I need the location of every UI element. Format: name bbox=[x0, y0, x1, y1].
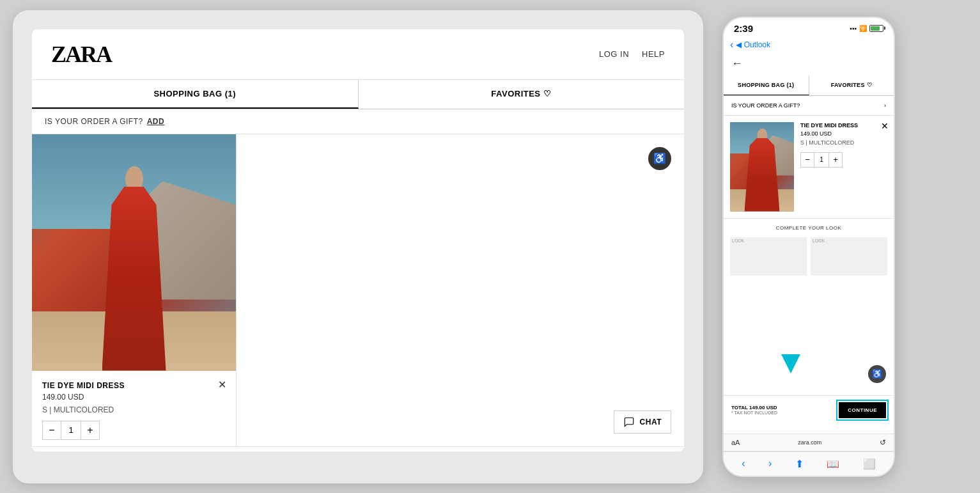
product-variant: S | MULTICOLORED bbox=[42, 405, 226, 414]
signal-icon: ▪▪▪ bbox=[850, 25, 857, 32]
phone-quantity-control: − 1 + bbox=[800, 152, 843, 168]
phone-product-details: TIE DYE MIDI DRESS 149.00 USD S | MULTIC… bbox=[800, 122, 887, 212]
quantity-control: − 1 + bbox=[42, 421, 100, 440]
cart-footer: TOTAL 149.00 USD * TAX NOT INCLUDED CONT… bbox=[32, 446, 684, 451]
nav-forward-icon[interactable]: › bbox=[768, 458, 772, 469]
phone-total-amount: 149.00 USD bbox=[749, 405, 777, 411]
gift-bar: IS YOUR ORDER A GIFT? ADD bbox=[32, 109, 684, 134]
phone-total-label: TOTAL bbox=[731, 405, 748, 411]
wifi-icon: 🛜 bbox=[859, 25, 867, 32]
browser-aa[interactable]: aA bbox=[731, 439, 740, 446]
login-link[interactable]: LOG IN bbox=[599, 49, 629, 59]
complete-look-label: COMPLETE YOUR LOOK bbox=[724, 219, 894, 233]
product-price: 149.00 USD bbox=[42, 393, 226, 402]
accessibility-icon: ♿ bbox=[653, 152, 666, 164]
phone-total-section: TOTAL 149.00 USD * TAX NOT INCLUDED bbox=[731, 405, 777, 415]
phone-arrow-indicator bbox=[775, 345, 807, 377]
phone-gift-question: IS YOUR ORDER A GIFT? bbox=[731, 102, 800, 109]
phone-qty-value: 1 bbox=[814, 153, 829, 167]
phone-tax-note: * TAX NOT INCLUDED bbox=[731, 411, 777, 415]
phone-tabs: SHOPPING BAG (1) FAVORITES ♡ bbox=[724, 75, 894, 96]
chat-button[interactable]: CHAT bbox=[614, 411, 671, 434]
phone-device: 2:39 ▪▪▪ 🛜 ‹ ◀ Outlook ← SHOPPING BAG (1… bbox=[722, 17, 895, 477]
quantity-increase[interactable]: + bbox=[81, 421, 99, 439]
main-content: ✕ TIE DYE MIDI DRESS 149.00 USD S | MULT… bbox=[32, 134, 684, 446]
accessibility-button[interactable]: ♿ bbox=[648, 147, 671, 170]
product-image bbox=[32, 134, 236, 371]
product-section: ✕ TIE DYE MIDI DRESS 149.00 USD S | MULT… bbox=[32, 134, 237, 446]
gift-question: IS YOUR ORDER A GIFT? bbox=[45, 117, 143, 126]
remove-button[interactable]: ✕ bbox=[215, 379, 228, 391]
phone-total: TOTAL 149.00 USD bbox=[731, 405, 777, 411]
look-images: LOOK LOOK bbox=[724, 233, 894, 279]
phone-qty-decrease[interactable]: − bbox=[801, 153, 814, 167]
header-nav: LOG IN HELP bbox=[599, 49, 665, 59]
phone-tab-favorites[interactable]: FAVORITES ♡ bbox=[809, 75, 894, 95]
look-img-2: LOOK bbox=[811, 237, 887, 276]
phone-accessibility-icon: ♿ bbox=[872, 369, 882, 379]
browser-reload-icon[interactable]: ↺ bbox=[880, 438, 886, 447]
phone-continue-button[interactable]: CONTINUE bbox=[839, 402, 886, 418]
phone-product-row: TIE DYE MIDI DRESS 149.00 USD S | MULTIC… bbox=[724, 116, 894, 219]
laptop-screen: ZARA LOG IN HELP SHOPPING BAG (1) FAVORI… bbox=[32, 29, 684, 451]
phone-browser-bar: aA zara.com ↺ bbox=[724, 434, 894, 451]
outlook-label: ◀ Outlook bbox=[736, 40, 770, 49]
phone-back-nav[interactable]: ‹ ◀ Outlook bbox=[724, 36, 894, 54]
product-figure bbox=[102, 166, 166, 371]
phone-qty-increase[interactable]: + bbox=[829, 153, 842, 167]
phone-product-image bbox=[730, 122, 794, 212]
phone-accessibility-button[interactable]: ♿ bbox=[868, 365, 886, 383]
quantity-value: 1 bbox=[61, 421, 81, 439]
phone-status-bar: 2:39 ▪▪▪ 🛜 bbox=[724, 18, 894, 36]
laptop-header: ZARA LOG IN HELP bbox=[32, 29, 684, 80]
tab-favorites[interactable]: FAVORITES ♡ bbox=[359, 80, 685, 109]
phone-nav-back[interactable]: ← bbox=[724, 54, 894, 75]
gift-add-link[interactable]: ADD bbox=[147, 117, 165, 126]
product-name: TIE DYE MIDI DRESS bbox=[42, 381, 226, 390]
figure-dress bbox=[102, 187, 166, 371]
status-time: 2:39 bbox=[734, 23, 753, 34]
phone-product-name: TIE DYE MIDI DRESS bbox=[800, 122, 887, 129]
nav-tabs-icon[interactable]: ⬜ bbox=[863, 458, 876, 470]
product-info: ✕ TIE DYE MIDI DRESS 149.00 USD S | MULT… bbox=[32, 371, 236, 446]
zara-logo: ZARA bbox=[51, 41, 111, 68]
status-icons: ▪▪▪ 🛜 bbox=[850, 25, 883, 32]
main-tabs: SHOPPING BAG (1) FAVORITES ♡ bbox=[32, 80, 684, 109]
chat-label: CHAT bbox=[640, 418, 662, 426]
battery-fill bbox=[871, 26, 880, 31]
phone-tab-bag[interactable]: SHOPPING BAG (1) bbox=[724, 75, 809, 95]
phone-bottom-nav: ‹ › ⬆ 📖 ⬜ bbox=[724, 451, 894, 476]
help-link[interactable]: HELP bbox=[642, 49, 665, 59]
nav-share-icon[interactable]: ⬆ bbox=[795, 458, 804, 470]
laptop-device: ZARA LOG IN HELP SHOPPING BAG (1) FAVORI… bbox=[13, 10, 703, 483]
nav-bookmark-icon[interactable]: 📖 bbox=[827, 458, 839, 470]
nav-back-icon[interactable]: ‹ bbox=[742, 458, 745, 469]
look-img-1: LOOK bbox=[730, 237, 807, 276]
content-area: ♿ CHAT bbox=[237, 134, 684, 446]
quantity-decrease[interactable]: − bbox=[43, 421, 61, 439]
back-arrow-icon: ‹ bbox=[730, 39, 733, 51]
phone-gift-arrow: › bbox=[884, 102, 886, 109]
battery-icon bbox=[869, 25, 883, 32]
browser-url: zara.com bbox=[798, 439, 821, 446]
phone-remove-button[interactable]: ✕ bbox=[881, 121, 889, 131]
chat-icon bbox=[623, 416, 635, 428]
tab-shopping-bag[interactable]: SHOPPING BAG (1) bbox=[32, 80, 359, 109]
phone-cart-footer: TOTAL 149.00 USD * TAX NOT INCLUDED CONT… bbox=[724, 395, 894, 425]
phone-product-price: 149.00 USD bbox=[800, 130, 887, 137]
phone-gift-bar[interactable]: IS YOUR ORDER A GIFT? › bbox=[724, 96, 894, 116]
phone-product-variant: S | MULTICOLORED bbox=[800, 139, 887, 146]
